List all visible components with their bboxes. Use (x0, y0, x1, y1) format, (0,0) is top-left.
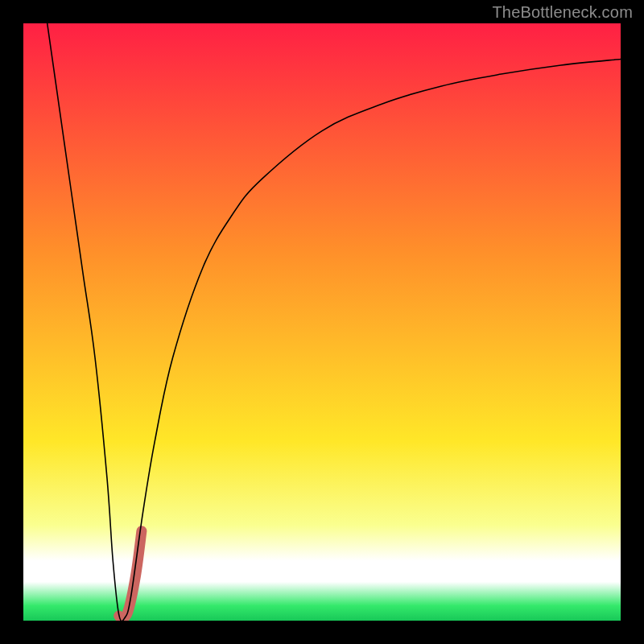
gradient-background (23, 23, 621, 621)
plot-area (23, 23, 621, 621)
chart-frame: TheBottleneck.com (0, 0, 644, 644)
chart-svg (23, 23, 621, 621)
watermark-text: TheBottleneck.com (492, 3, 633, 22)
